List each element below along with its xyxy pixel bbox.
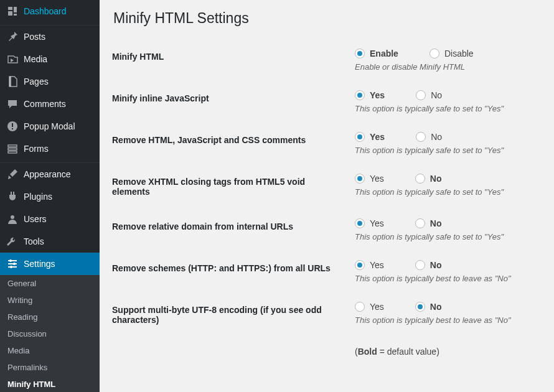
setting-label: Remove HTML, JavaScript and CSS comments <box>112 123 349 164</box>
radio-input[interactable] <box>355 174 365 184</box>
radio-remove-xhtml-no[interactable]: No <box>415 174 442 184</box>
comment-icon <box>6 98 19 110</box>
dashboard-icon <box>6 5 19 17</box>
sidebar-item-media[interactable]: Media <box>0 48 100 70</box>
svg-point-4 <box>10 266 12 268</box>
radio-remove-comments-yes[interactable]: Yes <box>355 132 385 142</box>
setting-row-utf8: Support multi-byte UTF-8 encoding (if yo… <box>112 292 542 337</box>
radio-label: No <box>430 302 442 312</box>
sidebar-item-posts[interactable]: Posts <box>0 26 100 48</box>
sidebar-item-appearance[interactable]: Appearance <box>0 163 100 185</box>
setting-row-remove-relative: Remove relative domain from internal URL… <box>112 209 542 251</box>
radio-label: No <box>430 174 442 184</box>
radio-remove-relative-no[interactable]: No <box>415 218 442 228</box>
sidebar-item-label: Comments <box>24 99 66 109</box>
radio-label: Yes <box>370 302 384 312</box>
svg-point-1 <box>11 215 14 219</box>
radio-input[interactable] <box>355 218 365 228</box>
setting-description: This option is typically safe to set to … <box>355 104 535 113</box>
radio-minify-js-yes[interactable]: Yes <box>355 90 385 100</box>
sidebar-item-label: Appearance <box>24 169 71 179</box>
setting-row-minify-html: Minify HTMLEnableDisableEnable or disabl… <box>112 39 542 81</box>
radio-input[interactable] <box>415 174 425 184</box>
radio-label: Disable <box>444 49 474 58</box>
radio-label: No <box>430 260 442 270</box>
setting-row-remove-comments: Remove HTML, JavaScript and CSS comments… <box>112 123 542 164</box>
radio-label: Yes <box>370 90 385 100</box>
radio-label: Yes <box>370 260 384 270</box>
pin-icon <box>6 30 19 43</box>
form-icon <box>6 142 19 155</box>
svg-point-2 <box>9 259 12 262</box>
radio-remove-comments-no[interactable]: No <box>416 132 442 142</box>
setting-row-minify-js: Minify inline JavaScriptYesNoThis option… <box>112 81 542 123</box>
radio-minify-html-disable[interactable]: Disable <box>430 49 474 58</box>
radio-input[interactable] <box>355 90 365 100</box>
sidebar-subitem-reading[interactable]: Reading <box>0 309 100 325</box>
setting-label: Remove schemes (HTTP: and HTTPS:) from a… <box>112 251 349 292</box>
setting-description: This option is typically best to leave a… <box>355 315 535 325</box>
media-icon <box>6 53 19 65</box>
radio-utf8-yes[interactable]: Yes <box>355 302 384 312</box>
sidebar-item-label: Plugins <box>24 192 52 202</box>
radio-input[interactable] <box>415 260 425 270</box>
setting-description: This option is typically safe to set to … <box>355 232 535 241</box>
sidebar-subitem-media-settings[interactable]: Media <box>0 342 100 359</box>
setting-description: This option is typically safe to set to … <box>355 146 535 155</box>
radio-input[interactable] <box>415 302 425 312</box>
setting-row-remove-xhtml: Remove XHTML closing tags from HTML5 voi… <box>112 164 542 209</box>
sidebar-item-label: Pages <box>24 77 49 86</box>
sidebar-item-forms[interactable]: Forms <box>0 138 100 160</box>
sidebar-item-dashboard[interactable]: Dashboard <box>0 0 100 22</box>
radio-remove-relative-yes[interactable]: Yes <box>355 218 384 228</box>
sidebar-item-comments[interactable]: Comments <box>0 93 100 115</box>
radio-input[interactable] <box>355 49 365 58</box>
radio-input[interactable] <box>355 132 365 142</box>
exclaim-icon <box>6 120 19 133</box>
sidebar-subitem-general[interactable]: General <box>0 275 100 292</box>
radio-input[interactable] <box>355 260 365 270</box>
sidebar-item-settings[interactable]: Settings <box>0 253 100 275</box>
sidebar-item-label: Media <box>24 54 47 64</box>
sidebar-subitem-writing[interactable]: Writing <box>0 292 100 309</box>
sidebar-item-label: Users <box>24 214 47 224</box>
radio-input[interactable] <box>430 49 439 58</box>
sidebar-subitem-permalinks[interactable]: Permalinks <box>0 359 100 376</box>
sidebar-item-label: Settings <box>24 259 55 269</box>
sidebar-item-label: Tools <box>24 236 44 246</box>
sidebar-item-label: Popup Modal <box>24 121 75 131</box>
sidebar-subitem-discussion[interactable]: Discussion <box>0 325 100 342</box>
pages-icon <box>6 75 19 88</box>
sidebar-item-plugins[interactable]: Plugins <box>0 185 100 208</box>
sidebar-item-users[interactable]: Users <box>0 208 100 230</box>
sidebar-item-popup-modal[interactable]: Popup Modal <box>0 115 100 138</box>
sidebar-subitem-minify-html[interactable]: Minify HTML <box>0 376 100 392</box>
radio-minify-js-no[interactable]: No <box>416 90 442 100</box>
radio-label: No <box>430 218 442 228</box>
radio-input[interactable] <box>415 218 425 228</box>
radio-remove-xhtml-yes[interactable]: Yes <box>355 174 384 184</box>
radio-minify-html-enable[interactable]: Enable <box>355 49 398 58</box>
radio-input[interactable] <box>416 132 426 142</box>
radio-label: Yes <box>370 174 384 184</box>
setting-description: This option is typically safe to set to … <box>355 187 535 197</box>
setting-label: Minify HTML <box>112 39 349 81</box>
sidebar-item-pages[interactable]: Pages <box>0 70 100 93</box>
wrench-icon <box>6 235 19 248</box>
page-title: Minify HTML Settings <box>113 10 542 27</box>
admin-sidebar: DashboardPostsMediaPagesCommentsPopup Mo… <box>0 0 100 392</box>
radio-label: No <box>431 132 442 142</box>
radio-utf8-no[interactable]: No <box>415 302 442 312</box>
setting-description: Enable or disable Minify HTML <box>355 62 535 72</box>
sidebar-item-tools[interactable]: Tools <box>0 230 100 253</box>
radio-remove-schemes-yes[interactable]: Yes <box>355 260 384 270</box>
brush-icon <box>6 168 19 180</box>
setting-row-remove-schemes: Remove schemes (HTTP: and HTTPS:) from a… <box>112 251 542 292</box>
user-icon <box>6 213 19 225</box>
radio-label: Yes <box>370 132 385 142</box>
svg-point-3 <box>13 263 16 265</box>
radio-input[interactable] <box>355 302 365 312</box>
radio-remove-schemes-no[interactable]: No <box>415 260 442 270</box>
radio-input[interactable] <box>416 90 426 100</box>
sidebar-item-label: Dashboard <box>24 6 67 16</box>
